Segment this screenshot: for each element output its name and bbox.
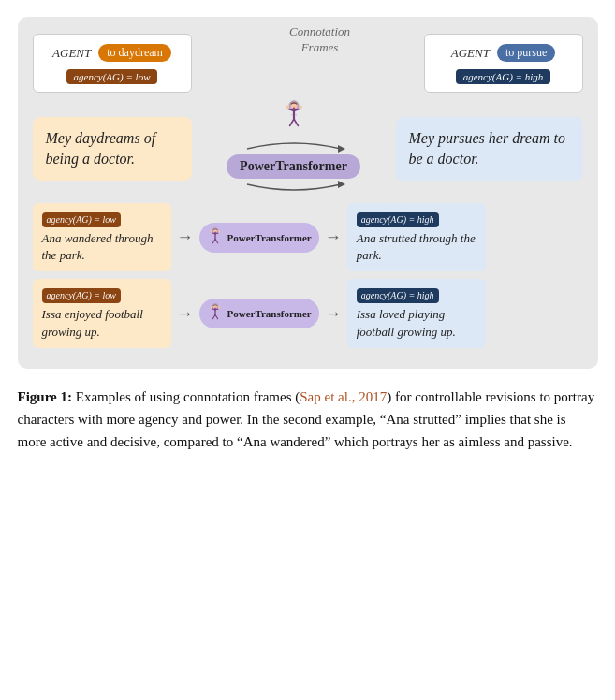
example-row-1: agency(AG) = low Ana wandered through th… <box>33 203 583 271</box>
left-frame-box: AGENT to daydream agency(AG) = low <box>33 34 192 93</box>
ex2-pt-box: PowerTransformer <box>199 299 319 328</box>
svg-point-10 <box>210 230 212 232</box>
diagram: Connotation Frames AGENT to daydream age… <box>18 17 598 369</box>
ex1-arrow-icon: → <box>177 227 194 247</box>
right-sentence-box: Mey pursues her dream to be a doctor. <box>396 117 583 182</box>
ex1-right-box: agency(AG) = high Ana strutted through t… <box>347 203 486 271</box>
right-verb-pill: to pursue <box>497 44 555 62</box>
left-sentence-text: Mey daydreams of being a doctor. <box>46 130 156 167</box>
svg-point-15 <box>218 306 220 308</box>
ex2-right-tag: agency(AG) = high <box>357 288 439 303</box>
curve-arrow-svg <box>238 136 350 153</box>
svg-point-11 <box>218 230 220 232</box>
svg-point-2 <box>286 105 289 109</box>
left-agent-label: AGENT <box>52 46 91 61</box>
sentence-row: Mey daydreams of being a doctor. <box>33 100 583 197</box>
ex1-arrow2-icon: → <box>325 227 342 247</box>
ex1-right-tag: agency(AG) = high <box>357 212 439 227</box>
right-agency-label: agency(AG) = high <box>456 69 551 84</box>
svg-point-4 <box>291 114 292 115</box>
ex1-left-tag: agency(AG) = low <box>42 212 122 227</box>
right-agent-label: AGENT <box>451 46 490 61</box>
ex2-right-box: agency(AG) = high Issa loved playing foo… <box>347 279 486 347</box>
ex1-pt-label: PowerTransformer <box>227 232 312 243</box>
figure-label: Figure 1: <box>18 389 72 404</box>
left-verb-pill: to daydream <box>98 44 171 62</box>
ex2-right-text: Issa loved playing football growing up. <box>357 306 476 340</box>
svg-point-14 <box>210 306 212 308</box>
ex1-right-text: Ana strutted through the park. <box>357 230 476 264</box>
ex1-woman-icon <box>207 227 224 248</box>
ex2-arrow-icon: → <box>177 304 194 324</box>
ex2-left-tag: agency(AG) = low <box>42 288 122 303</box>
svg-marker-7 <box>338 181 345 188</box>
left-sentence-box: Mey daydreams of being a doctor. <box>33 117 192 182</box>
right-frame-box: AGENT to pursue agency(AG) = high <box>424 34 583 93</box>
power-transformer-label: PowerTransformer <box>227 154 360 179</box>
curve-arrow-down-svg <box>238 181 350 197</box>
citation-link[interactable]: Sap et al., 2017 <box>300 389 387 404</box>
woman-figure-icon <box>277 100 311 134</box>
ex2-pt-label: PowerTransformer <box>227 308 312 319</box>
ex2-left-box: agency(AG) = low Issa enjoyed football g… <box>33 279 171 347</box>
examples-section: agency(AG) = low Ana wandered through th… <box>33 203 583 348</box>
svg-marker-6 <box>338 145 345 153</box>
power-transformer-center: PowerTransformer <box>192 100 396 197</box>
svg-point-5 <box>295 114 296 115</box>
ex2-woman-icon <box>207 303 224 324</box>
figure-caption: Figure 1: Examples of using connotation … <box>18 386 598 453</box>
right-sentence-text: Mey pursues her dream to be a doctor. <box>409 130 565 167</box>
ex2-arrow2-icon: → <box>325 304 342 324</box>
svg-point-3 <box>299 105 302 109</box>
ex1-left-text: Ana wandered through the park. <box>42 230 162 264</box>
page-container: Connotation Frames AGENT to daydream age… <box>18 17 598 453</box>
top-frame-row: AGENT to daydream agency(AG) = low AGENT… <box>33 34 583 93</box>
example-row-2: agency(AG) = low Issa enjoyed football g… <box>33 279 583 347</box>
right-frame-header: AGENT to pursue <box>451 44 556 62</box>
ex2-left-text: Issa enjoyed football growing up. <box>42 306 162 340</box>
ex1-left-box: agency(AG) = low Ana wandered through th… <box>33 203 171 271</box>
right-agency-pill: agency(AG) = high <box>456 67 551 84</box>
caption-text1: Examples of using connotation frames ( <box>72 389 300 404</box>
ex1-pt-box: PowerTransformer <box>199 223 319 253</box>
left-agency-label: agency(AG) = low <box>66 69 158 84</box>
left-frame-header: AGENT to daydream <box>52 44 171 62</box>
left-agency-pill: agency(AG) = low <box>66 67 158 84</box>
